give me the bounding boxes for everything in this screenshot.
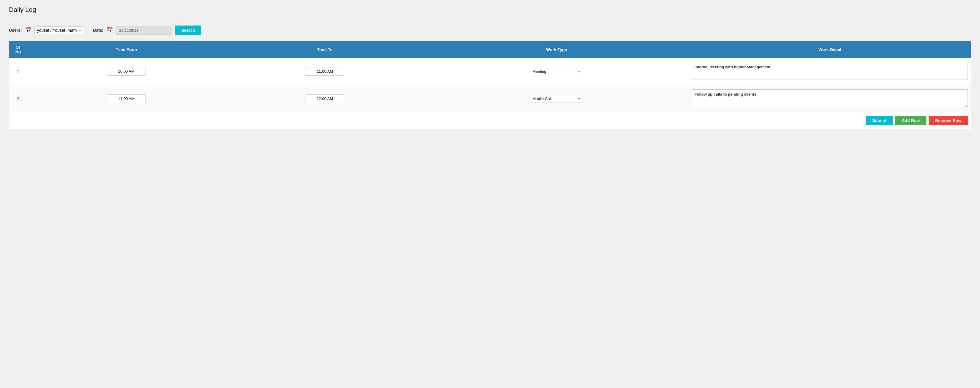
user-select[interactable]: yousaf / Yousaf Imam ▼ bbox=[35, 26, 84, 34]
time-from-cell bbox=[27, 85, 226, 113]
search-button[interactable]: Search bbox=[175, 25, 201, 35]
work-type-value: Meeting bbox=[533, 69, 546, 74]
time-to-cell bbox=[226, 58, 424, 85]
time-from-cell bbox=[27, 58, 226, 85]
time-to-input[interactable] bbox=[305, 67, 344, 76]
table-row: 1Meeting▼Internal Meeting with higher Ma… bbox=[9, 58, 971, 85]
daily-log-table-container: Sr No Time From Time To Work Type Work D… bbox=[9, 41, 971, 129]
date-label: Date: bbox=[93, 28, 103, 33]
date-input[interactable] bbox=[116, 26, 172, 35]
calendar-icon-users[interactable]: 📅 bbox=[25, 27, 32, 33]
users-label: Users: bbox=[9, 28, 22, 33]
time-to-cell bbox=[226, 85, 424, 113]
calendar-icon-date[interactable]: 📅 bbox=[106, 27, 113, 33]
col-work-type: Work Type bbox=[424, 41, 689, 58]
work-type-select[interactable]: Mobile Call▼ bbox=[530, 95, 583, 102]
work-detail-textarea[interactable]: Follow up calls to pending clients bbox=[692, 89, 968, 107]
work-type-select[interactable]: Meeting▼ bbox=[530, 68, 583, 75]
work-type-value: Mobile Call bbox=[533, 97, 552, 101]
col-work-detail: Work Detail bbox=[689, 41, 971, 58]
work-detail-textarea[interactable]: Internal Meeting with higher Management. bbox=[692, 62, 968, 80]
work-type-cell: Mobile Call▼ bbox=[424, 85, 689, 113]
work-detail-cell: Follow up calls to pending clients bbox=[689, 85, 971, 113]
daily-log-table: Sr No Time From Time To Work Type Work D… bbox=[9, 41, 971, 112]
add-row-button[interactable]: Add Row bbox=[895, 116, 926, 125]
filter-bar: Users: 📅 yousaf / Yousaf Imam ▼ Date: 📅 … bbox=[9, 22, 971, 38]
work-type-dropdown-arrow: ▼ bbox=[578, 97, 581, 100]
col-sr-no: Sr No bbox=[9, 41, 27, 58]
table-row: 2Mobile Call▼Follow up calls to pending … bbox=[9, 85, 971, 113]
table-body: 1Meeting▼Internal Meeting with higher Ma… bbox=[9, 58, 971, 112]
sr-no-cell: 2 bbox=[9, 85, 27, 113]
work-detail-cell: Internal Meeting with higher Management. bbox=[689, 58, 971, 85]
sr-no-cell: 1 bbox=[9, 58, 27, 85]
table-header: Sr No Time From Time To Work Type Work D… bbox=[9, 41, 971, 58]
work-type-dropdown-arrow: ▼ bbox=[578, 70, 581, 73]
remove-row-button[interactable]: Remove Row bbox=[929, 116, 968, 125]
time-to-input[interactable] bbox=[305, 94, 344, 103]
time-from-input[interactable] bbox=[107, 94, 145, 103]
action-bar: Submit Add Row Remove Row bbox=[9, 112, 971, 129]
page-title: Daily Log bbox=[9, 6, 971, 14]
submit-button[interactable]: Submit bbox=[865, 116, 893, 125]
col-time-to: Time To bbox=[226, 41, 424, 58]
user-dropdown-arrow: ▼ bbox=[78, 29, 81, 32]
work-type-cell: Meeting▼ bbox=[424, 58, 689, 85]
col-time-from: Time From bbox=[27, 41, 226, 58]
user-select-value: yousaf / Yousaf Imam bbox=[37, 28, 77, 33]
time-from-input[interactable] bbox=[107, 67, 145, 76]
